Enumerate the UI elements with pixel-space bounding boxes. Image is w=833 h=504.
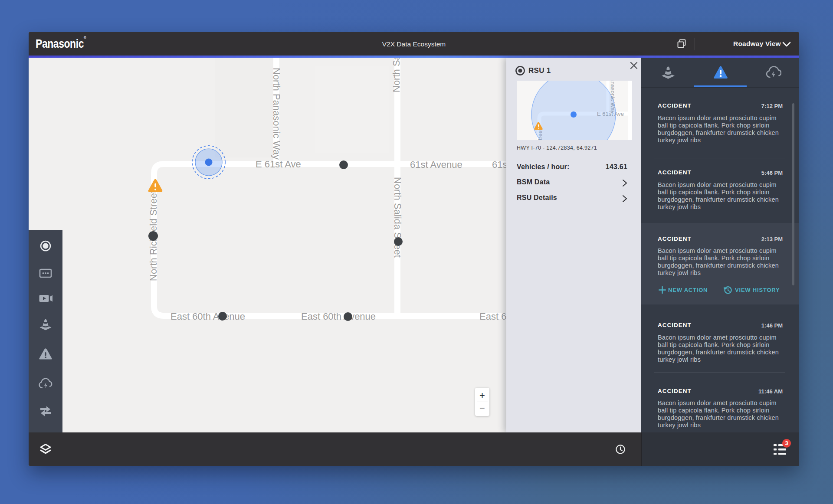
svg-text:East 60th Avenue: East 60th Avenue (171, 311, 245, 322)
svg-text:North Panasonic Way: North Panasonic Way (271, 68, 282, 160)
svg-text:61st Avenue: 61st Avenue (410, 159, 462, 170)
svg-text:E 61st Ave: E 61st Ave (256, 159, 301, 170)
svg-text:North Salida Street: North Salida Street (391, 58, 402, 92)
svg-text:East 60th Avenue: East 60th Avenue (301, 311, 376, 322)
